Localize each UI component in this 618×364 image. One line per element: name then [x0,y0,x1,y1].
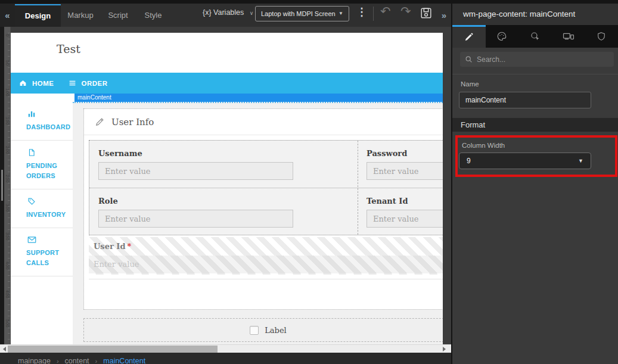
format-section-header[interactable]: Format [452,118,618,132]
ruler-mark: 500 [5,319,10,328]
document-icon [27,148,36,157]
breadcrumb-maincontent[interactable]: mainContent [103,357,145,364]
form-title: User Info [111,117,154,127]
triangle-left-icon [3,347,6,351]
field-label: User Id* [94,242,131,251]
design-canvas: Test HOME ORDER mainContent [11,33,443,344]
tab-style[interactable]: Style [136,4,170,27]
device-selector-value: Laptop with MDPI Screen [261,10,336,17]
variables-dropdown[interactable]: {x} Variables ∨ [203,8,253,17]
column-width-select[interactable]: 9 ▼ [459,153,591,169]
tab-script[interactable]: Script [100,4,136,27]
envelope-icon [27,236,36,244]
password-input[interactable] [367,162,443,180]
ruler-mark: 150 [5,117,10,125]
bar-chart-icon [27,110,36,118]
hidden-field-label-text: User Id [94,242,125,251]
form-row: Username Password [89,141,443,188]
tab-security[interactable] [585,25,618,48]
scroll-left-button[interactable] [1,345,8,353]
sidebar-item-pending-orders[interactable]: PENDING ORDERS [11,141,73,189]
devices-icon [563,31,574,42]
app-navbar: HOME ORDER [11,73,443,94]
userid-input[interactable]: Enter value [89,256,443,273]
form-divider [89,279,443,279]
device-selector[interactable]: Laptop with MDPI Screen ▼ [255,6,349,21]
horizontal-scrollbar-thumb[interactable] [8,346,218,353]
selection-tag-maincontent[interactable]: mainContent [74,94,443,102]
top-strip [0,0,618,4]
sidebar-item-inventory[interactable]: INVENTORY [11,189,73,228]
hidden-field-userid[interactable]: User Id* Enter value [89,237,443,275]
pencil-icon [464,32,474,42]
sidebar-item-label: INVENTORY [26,210,69,220]
palette-icon [496,31,507,42]
breadcrumb-mainpage[interactable]: mainpage [18,357,51,364]
canvas-horizontal-scrollbar[interactable] [0,344,451,353]
expand-right-icon[interactable]: » [438,0,450,27]
save-button[interactable] [420,7,433,20]
panel-divider [452,74,618,74]
user-info-form-panel[interactable]: User Info Username Password [83,108,443,310]
main-content-region: User Info Username Password [73,102,443,344]
menu-icon [69,79,76,87]
tenant-id-input[interactable] [367,210,443,228]
variables-prefix: {x} [203,8,212,17]
toolbar: « Design Markup Script Style {x} Variabl… [0,0,451,27]
checkbox[interactable] [250,326,259,335]
tab-design[interactable]: Design [15,4,61,27]
sidebar-item-label: DASHBOARD [26,122,69,132]
triangle-right-icon [443,347,446,351]
scroll-right-button[interactable] [440,345,448,353]
page-title: Test [57,42,80,55]
search-input[interactable] [477,55,609,64]
sidebar-item-support-calls[interactable]: SUPPORT CALLS [11,228,73,276]
field-username: Username [94,141,353,188]
tab-properties[interactable] [452,25,486,48]
breadcrumb-content[interactable]: content [65,357,89,364]
redo-button[interactable]: ↷ [400,4,411,18]
sidebar-item-label: SUPPORT CALLS [26,248,69,268]
ruler-mark: 350 [5,232,10,241]
outer-vertical-scrollbar[interactable] [0,27,4,344]
panel-tabs [452,25,618,48]
ruler-mark: 100 [5,88,10,97]
sidebar-item-dashboard[interactable]: DASHBOARD [11,102,73,141]
field-label: Username [98,149,142,158]
required-asterisk: * [127,242,131,251]
name-input[interactable] [459,92,591,108]
breadcrumb-separator: › [57,357,59,364]
more-options-icon[interactable]: ⋮ [356,5,365,18]
save-icon [420,7,433,20]
pencil-icon [95,117,105,127]
outer-scrollbar-thumb[interactable] [1,170,3,201]
sidebar-item-label: PENDING ORDERS [26,161,69,181]
home-icon [19,79,27,87]
undo-button[interactable]: ↶ [380,4,391,18]
field-tenant-id: Tenant Id [362,188,443,236]
chevron-down-icon: ∨ [250,10,254,16]
variables-label: Variables [213,8,244,17]
tab-devices[interactable] [552,25,585,48]
ruler-mark: 50 [5,60,10,66]
panel-search[interactable] [460,52,614,67]
form-fields-container: Username Password Role [89,140,443,235]
caret-down-icon: ▼ [338,7,343,21]
inspect-magnifier-icon [530,31,541,42]
field-password: Password [362,141,443,188]
shield-icon [597,31,606,42]
checkbox-widget-row[interactable]: Label [83,318,443,342]
tab-markup[interactable]: Markup [61,4,100,27]
role-input[interactable] [98,210,293,228]
toolbar-divider [373,7,374,21]
tab-inspect[interactable] [518,25,552,48]
tab-styles[interactable] [486,25,519,48]
nav-item-label: ORDER [82,80,108,87]
username-input[interactable] [98,162,293,180]
nav-item-order[interactable]: ORDER [69,79,108,87]
nav-item-home[interactable]: HOME [19,79,54,87]
ruler-mark: 200 [5,146,10,154]
breadcrumb: mainpage›content›mainContent [0,353,451,364]
form-panel-header: User Info [84,109,443,135]
collapse-left-icon[interactable]: « [0,0,15,27]
